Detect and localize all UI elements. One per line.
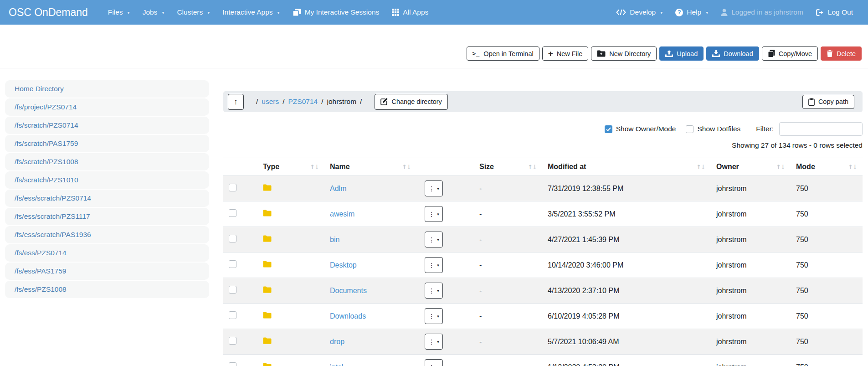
- nav-develop-menu[interactable]: Develop ▾: [616, 8, 663, 16]
- file-name-link[interactable]: Documents: [330, 287, 367, 295]
- sort-icons[interactable]: ↑↓: [776, 164, 785, 170]
- row-select-checkbox[interactable]: [229, 184, 236, 191]
- change-directory-button[interactable]: Change directory: [375, 94, 447, 110]
- header-size[interactable]: Size ↑↓: [474, 158, 542, 176]
- breadcrumb-separator: /: [282, 98, 284, 106]
- header-name[interactable]: Name ↑↓: [324, 158, 474, 176]
- nav-help-menu[interactable]: ? Help ▾: [675, 8, 708, 16]
- nav-clusters-menu[interactable]: Clusters ▾: [177, 8, 210, 16]
- row-actions-dropdown-button[interactable]: ⋮ ▾: [425, 308, 443, 324]
- sidebar-directory-link[interactable]: /fs/ess/scratch/PZS0714: [5, 190, 209, 207]
- show-owner-mode-checkbox[interactable]: [605, 125, 612, 133]
- nav-all-apps[interactable]: All Apps: [392, 8, 428, 16]
- logout-icon: [816, 9, 824, 16]
- copy-path-label: Copy path: [818, 98, 848, 105]
- row-actions-dropdown-button[interactable]: ⋮ ▾: [425, 257, 443, 273]
- upload-button[interactable]: Upload: [659, 46, 704, 61]
- sort-icons[interactable]: ↑↓: [310, 164, 319, 170]
- dots-vertical-icon: ⋮: [428, 313, 435, 320]
- sidebar-directory-link[interactable]: Home Directory: [5, 80, 209, 98]
- file-name-link[interactable]: bin: [330, 236, 339, 244]
- modified-at-cell: 6/10/2019 4:05:28 PM: [542, 304, 711, 329]
- breadcrumb-link-pzs0714[interactable]: PZS0714: [288, 98, 318, 106]
- row-select-checkbox[interactable]: [229, 209, 236, 217]
- sidebar-directory-link[interactable]: /fs/ess/PZS1008: [5, 281, 209, 298]
- nav-interactive-apps-menu[interactable]: Interactive Apps ▾: [222, 8, 279, 16]
- row-select-checkbox[interactable]: [229, 260, 236, 268]
- sidebar-directory-link[interactable]: /fs/project/PZS0714: [5, 98, 209, 116]
- file-name-link[interactable]: Desktop: [330, 261, 357, 269]
- file-browser-panel: ↑ / users / PZS0714 / johrstrom / Change…: [223, 80, 863, 366]
- file-name-link[interactable]: Downloads: [330, 312, 366, 320]
- new-directory-button[interactable]: New Directory: [591, 46, 657, 61]
- header-modified-at[interactable]: Modified at ↑↓: [542, 158, 711, 176]
- dots-vertical-icon: ⋮: [428, 338, 435, 345]
- copy-move-button[interactable]: Copy/Move: [762, 46, 818, 61]
- file-name-link[interactable]: Adlm: [330, 185, 346, 193]
- clipboard-icon: [808, 98, 815, 106]
- row-select-checkbox[interactable]: [229, 286, 236, 294]
- download-button[interactable]: Download: [706, 46, 759, 61]
- logged-in-user: Logged in as johrstrom: [721, 8, 803, 16]
- row-actions-dropdown-button[interactable]: ⋮ ▾: [425, 232, 443, 247]
- owner-cell: johrstrom: [711, 176, 791, 201]
- sort-icons[interactable]: ↑↓: [528, 164, 537, 170]
- sort-icons[interactable]: ↑↓: [696, 164, 705, 170]
- sidebar-directory-link[interactable]: /fs/scratch/PZS1008: [5, 153, 209, 170]
- new-file-button[interactable]: + New File: [542, 46, 589, 61]
- row-select-checkbox[interactable]: [229, 362, 236, 366]
- sidebar-directory-link[interactable]: /fs/scratch/PZS1010: [5, 171, 209, 189]
- sort-icons[interactable]: ↑↓: [848, 164, 857, 170]
- header-type[interactable]: Type ↑↓: [257, 158, 324, 176]
- row-actions-dropdown-button[interactable]: ⋮ ▾: [425, 180, 443, 196]
- sort-icons[interactable]: ↑↓: [402, 164, 411, 170]
- file-name-link[interactable]: awesim: [330, 210, 354, 218]
- sidebar-directory-link[interactable]: /fs/ess/scratch/PAS1936: [5, 226, 209, 243]
- open-in-terminal-button[interactable]: >_ Open in Terminal: [467, 46, 539, 61]
- header-mode[interactable]: Mode ↑↓: [791, 158, 863, 176]
- nav-all-apps-label: All Apps: [403, 8, 428, 16]
- nav-interactive-apps-label: Interactive Apps: [222, 8, 272, 16]
- path-breadcrumb-bar: ↑ / users / PZS0714 / johrstrom / Change…: [223, 91, 863, 112]
- folder-icon: [263, 184, 272, 191]
- new-directory-label: New Directory: [609, 50, 651, 57]
- sidebar-directory-link[interactable]: /fs/ess/scratch/PZS1117: [5, 208, 209, 225]
- sidebar-directory-link[interactable]: /fs/ess/PAS1759: [5, 263, 209, 280]
- size-cell: -: [474, 176, 542, 201]
- row-actions-dropdown-button[interactable]: ⋮ ▾: [425, 359, 443, 366]
- header-mode-label: Mode: [796, 163, 815, 171]
- modified-at-cell: 3/5/2021 3:55:52 PM: [542, 201, 711, 227]
- row-select-checkbox[interactable]: [229, 235, 236, 242]
- sidebar-directory-link[interactable]: /fs/scratch/PAS1759: [5, 135, 209, 152]
- breadcrumb-link-users[interactable]: users: [262, 98, 279, 106]
- sidebar-directory-link[interactable]: /fs/ess/PZS0714: [5, 244, 209, 262]
- mode-cell: 750: [791, 253, 863, 278]
- content-area: Home Directory /fs/project/PZS0714 /fs/s…: [0, 68, 868, 366]
- rows-status-text: Showing 27 of 134 rows - 0 rows selected: [223, 141, 863, 149]
- show-dotfiles-checkbox[interactable]: [686, 125, 693, 133]
- nav-log-out[interactable]: Log Out: [816, 8, 853, 16]
- nav-my-interactive-sessions[interactable]: My Interactive Sessions: [293, 8, 380, 16]
- row-select-checkbox[interactable]: [229, 311, 236, 319]
- header-select: [223, 158, 257, 176]
- up-directory-button[interactable]: ↑: [228, 94, 244, 110]
- row-select-checkbox[interactable]: [229, 337, 236, 345]
- row-actions-dropdown-button[interactable]: ⋮ ▾: [425, 283, 443, 299]
- nav-files-menu[interactable]: Files ▾: [108, 8, 130, 16]
- copy-path-button[interactable]: Copy path: [802, 95, 854, 109]
- file-name-link[interactable]: intel: [330, 363, 343, 366]
- delete-button[interactable]: Delete: [821, 46, 862, 61]
- filter-input[interactable]: [779, 122, 863, 136]
- question-circle-icon: ?: [675, 9, 683, 16]
- nav-clusters-label: Clusters: [177, 8, 203, 16]
- file-name-link[interactable]: drop: [330, 338, 344, 346]
- owner-cell: johrstrom: [711, 201, 791, 227]
- header-owner[interactable]: Owner ↑↓: [711, 158, 791, 176]
- folder-icon: [263, 210, 272, 217]
- brand-link[interactable]: OSC OnDemand: [9, 6, 88, 19]
- sidebar-directory-link[interactable]: /fs/scratch/PZS0714: [5, 117, 209, 134]
- nav-jobs-menu[interactable]: Jobs ▾: [143, 8, 164, 16]
- filter-label: Filter:: [756, 125, 774, 133]
- row-actions-dropdown-button[interactable]: ⋮ ▾: [425, 334, 443, 350]
- row-actions-dropdown-button[interactable]: ⋮ ▾: [425, 206, 443, 222]
